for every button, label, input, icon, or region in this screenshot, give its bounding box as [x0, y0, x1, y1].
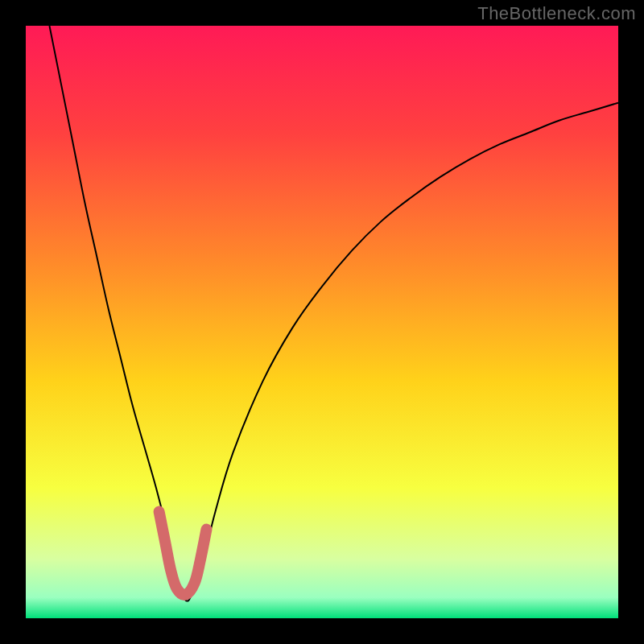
- chart-frame: TheBottleneck.com: [0, 0, 644, 644]
- watermark-text: TheBottleneck.com: [477, 3, 636, 24]
- chart-svg: [26, 26, 618, 618]
- plot-area: [26, 26, 618, 618]
- chart-background: [26, 26, 618, 618]
